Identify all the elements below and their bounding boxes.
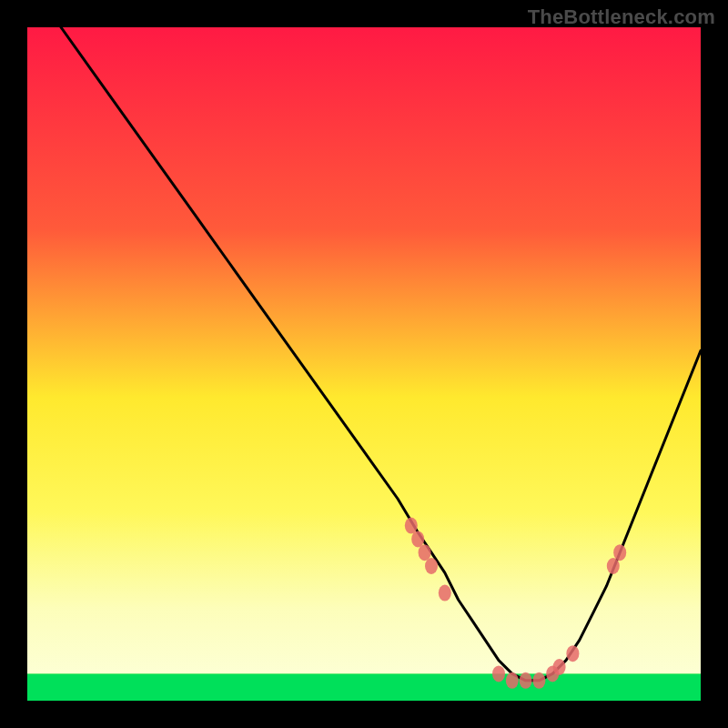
- data-marker: [506, 672, 519, 689]
- data-marker: [532, 672, 545, 689]
- data-marker: [613, 544, 626, 561]
- pale-band: [27, 512, 701, 674]
- plot-area: [27, 27, 701, 701]
- green-band: [27, 673, 701, 701]
- data-marker: [492, 665, 505, 682]
- data-marker: [607, 558, 620, 574]
- data-marker: [439, 585, 451, 602]
- data-marker: [419, 544, 431, 561]
- data-marker: [520, 672, 532, 689]
- data-marker: [405, 518, 418, 534]
- chart-svg: [27, 27, 701, 701]
- watermark-text: TheBottleneck.com: [528, 5, 715, 29]
- data-marker: [553, 659, 566, 675]
- chart-frame: TheBottleneck.com: [0, 0, 728, 728]
- data-marker: [411, 531, 424, 547]
- data-marker: [425, 558, 438, 574]
- data-marker: [566, 645, 579, 662]
